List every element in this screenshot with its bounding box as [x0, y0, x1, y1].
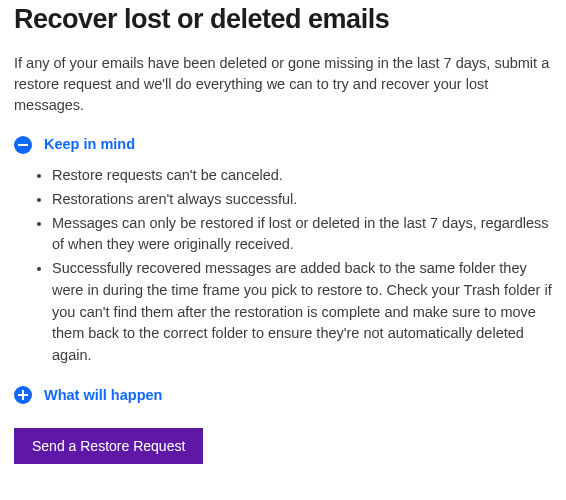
- minus-circle-icon: [14, 136, 32, 154]
- plus-circle-icon: [14, 386, 32, 404]
- accordion-content-keep-in-mind: Restore requests can't be canceled. Rest…: [28, 165, 552, 367]
- page-title: Recover lost or deleted emails: [14, 0, 552, 39]
- list-item: Restore requests can't be canceled.: [52, 165, 552, 187]
- accordion-what-will-happen[interactable]: What will happen: [14, 385, 552, 406]
- list-item: Messages can only be restored if lost or…: [52, 213, 552, 257]
- svg-rect-1: [18, 144, 28, 146]
- accordion-title-what-will-happen: What will happen: [44, 385, 162, 406]
- list-item: Restorations aren't always successful.: [52, 189, 552, 211]
- accordion-keep-in-mind[interactable]: Keep in mind: [14, 134, 552, 155]
- send-restore-request-button[interactable]: Send a Restore Request: [14, 428, 203, 464]
- intro-paragraph: If any of your emails have been deleted …: [14, 53, 552, 116]
- keep-in-mind-list: Restore requests can't be canceled. Rest…: [28, 165, 552, 367]
- svg-rect-4: [22, 390, 24, 400]
- list-item: Successfully recovered messages are adde…: [52, 258, 552, 367]
- accordion-title-keep-in-mind: Keep in mind: [44, 134, 135, 155]
